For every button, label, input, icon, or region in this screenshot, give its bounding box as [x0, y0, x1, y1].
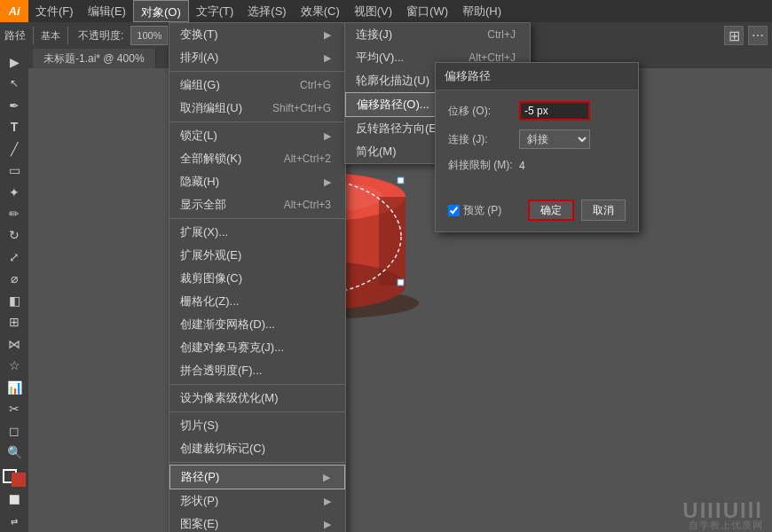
document-tab[interactable]: 未标题-1.ai* @ 400% [33, 49, 156, 68]
tool-line[interactable]: ╱ [2, 138, 27, 159]
toolbar-opacity-value[interactable]: 100% [130, 26, 168, 45]
tool-rotate[interactable]: ↻ [2, 225, 27, 246]
menu-view[interactable]: 视图(V) [347, 0, 399, 22]
tools-panel: ▶ ↖ ✒ T ╱ ▭ ✦ ✏ ↻ ⤢ ⌀ ◧ ⊞ ⋈ ☆ 📊 ✂ ◻ 🔍 ⬜ … [0, 49, 28, 532]
tool-warp[interactable]: ⌀ [2, 269, 27, 289]
tool-eraser[interactable]: ◻ [2, 420, 27, 441]
menu-pixel-perfect[interactable]: 设为像素级优化(M) [169, 387, 345, 410]
miter-value: 4 [519, 160, 525, 172]
menu-effect[interactable]: 效果(C) [294, 0, 347, 22]
tool-gradient[interactable]: ◧ [2, 290, 27, 310]
dialog-row-join: 连接 (J): 斜接 [448, 129, 626, 149]
toolbar-grid-icon[interactable]: ⊞ [724, 26, 744, 45]
menu-file[interactable]: 文件(F) [28, 0, 81, 22]
dialog-title: 偏移路径 [436, 63, 638, 90]
preview-checkbox[interactable]: 预览 (P) [448, 203, 521, 218]
tool-direct-select[interactable]: ↖ [2, 73, 27, 93]
join-select[interactable]: 斜接 [519, 129, 590, 149]
tool-chart[interactable]: 📊 [2, 377, 27, 397]
tool-pencil[interactable]: ✏ [2, 203, 27, 223]
menu-edit[interactable]: 编辑(E) [81, 0, 133, 22]
ai-logo: Ai [0, 0, 28, 22]
confirm-button[interactable]: 确定 [528, 200, 574, 221]
svg-rect-11 [398, 279, 404, 286]
tool-color-swatch[interactable] [3, 469, 26, 487]
divider-4 [169, 384, 345, 385]
menu-rasterize[interactable]: 栅格化(Z)... [169, 290, 345, 313]
menu-flatten-transparency[interactable]: 拼合透明度(F)... [169, 359, 345, 382]
divider-2 [169, 121, 345, 122]
menu-expand-appearance[interactable]: 扩展外观(E) [169, 244, 345, 267]
divider-6 [169, 462, 345, 463]
preview-check[interactable] [448, 205, 460, 216]
menu-crop-marks[interactable]: 创建裁切标记(C) [169, 437, 345, 460]
menu-crop-image[interactable]: 裁剪图像(C) [169, 267, 345, 290]
tool-zoom[interactable]: 🔍 [2, 442, 27, 462]
menu-help[interactable]: 帮助(H) [455, 0, 508, 22]
menu-unlock-all[interactable]: 全部解锁(K) Alt+Ctrl+2 [169, 147, 345, 170]
toolbar-divider-1 [33, 27, 34, 44]
dialog-body: 位移 (O): 连接 (J): 斜接 斜接限制 (M): 4 [436, 90, 638, 192]
offset-path-dialog: 偏移路径 位移 (O): 连接 (J): 斜接 斜接限制 (M): 4 预览 (… [435, 62, 639, 232]
menu-window[interactable]: 窗口(W) [399, 0, 455, 22]
dialog-row-miter: 斜接限制 (M): 4 [448, 158, 626, 173]
divider-5 [169, 411, 345, 412]
tool-color-area [3, 467, 26, 489]
divider-3 [169, 218, 345, 219]
menu-lock[interactable]: 锁定(L) ▶ [169, 124, 345, 147]
toolbar-right: ⊞ ⋯ [724, 26, 768, 45]
position-input[interactable] [519, 101, 590, 121]
menu-bar: 文件(F) 编辑(E) 对象(O) 文字(T) 选择(S) 效果(C) 视图(V… [28, 0, 772, 22]
position-label: 位移 (O): [448, 104, 519, 119]
tool-brush[interactable]: ✦ [2, 182, 27, 202]
toolbar-divider-2 [67, 27, 68, 44]
tool-type[interactable]: T [2, 116, 27, 137]
preview-label: 预览 (P) [463, 203, 501, 218]
menu-shape[interactable]: 形状(P) ▶ [169, 489, 345, 512]
toolbar-basic: 基本 [41, 29, 60, 43]
menu-select[interactable]: 选择(S) [240, 0, 293, 22]
submenu-join[interactable]: 连接(J) Ctrl+J [345, 23, 530, 46]
tool-fill-none[interactable]: ⬜ [2, 489, 27, 510]
tool-select[interactable]: ▶ [2, 51, 27, 72]
divider-1 [169, 71, 345, 72]
menu-slice[interactable]: 切片(S) [169, 414, 345, 437]
menu-ungroup[interactable]: 取消编组(U) Shift+Ctrl+G [169, 97, 345, 120]
toolbar-path-label: 路径 [4, 28, 26, 43]
menu-transform[interactable]: 变换(T) ▶ [169, 23, 345, 46]
svg-rect-6 [379, 197, 406, 286]
menu-object[interactable]: 对象(O) [133, 0, 189, 22]
menu-arrange[interactable]: 排列(A) ▶ [169, 46, 345, 69]
toolbar-opacity-label: 不透明度: [75, 28, 126, 43]
dialog-row-position: 位移 (O): [448, 101, 626, 121]
dialog-footer: 预览 (P) 确定 取消 [436, 192, 638, 231]
menu-pattern[interactable]: 图案(E) ▶ [169, 512, 345, 532]
tool-symbol[interactable]: ☆ [2, 356, 27, 376]
tool-rectangle[interactable]: ▭ [2, 160, 27, 180]
menu-object-mosaic[interactable]: 创建对象马赛克(J)... [169, 336, 345, 359]
top-bar: Ai 文件(F) 编辑(E) 对象(O) 文字(T) 选择(S) 效果(C) 视… [0, 0, 772, 22]
object-dropdown-menu: 变换(T) ▶ 排列(A) ▶ 编组(G) Ctrl+G 取消编组(U) Shi… [169, 22, 346, 532]
fill-swatch[interactable] [12, 473, 26, 487]
svg-rect-9 [398, 177, 404, 184]
tool-pen[interactable]: ✒ [2, 95, 27, 115]
menu-gradient-mesh[interactable]: 创建渐变网格(D)... [169, 313, 345, 336]
tool-mesh[interactable]: ⊞ [2, 312, 27, 332]
cancel-button[interactable]: 取消 [581, 200, 626, 221]
toolbar-more-icon[interactable]: ⋯ [748, 26, 768, 45]
tool-scale[interactable]: ⤢ [2, 246, 27, 267]
menu-expand[interactable]: 扩展(X)... [169, 221, 345, 244]
menu-text[interactable]: 文字(T) [189, 0, 241, 22]
miter-label: 斜接限制 (M): [448, 158, 519, 173]
tool-blend[interactable]: ⋈ [2, 333, 27, 354]
menu-path[interactable]: 路径(P) ▶ [169, 465, 345, 489]
menu-group[interactable]: 编组(G) Ctrl+G [169, 74, 345, 97]
tool-swap[interactable]: ⇄ [2, 511, 27, 531]
menu-show-all[interactable]: 显示全部 Alt+Ctrl+3 [169, 193, 345, 216]
menu-hide[interactable]: 隐藏(H) ▶ [169, 170, 345, 193]
join-label: 连接 (J): [448, 132, 519, 147]
tool-slice[interactable]: ✂ [2, 399, 27, 419]
